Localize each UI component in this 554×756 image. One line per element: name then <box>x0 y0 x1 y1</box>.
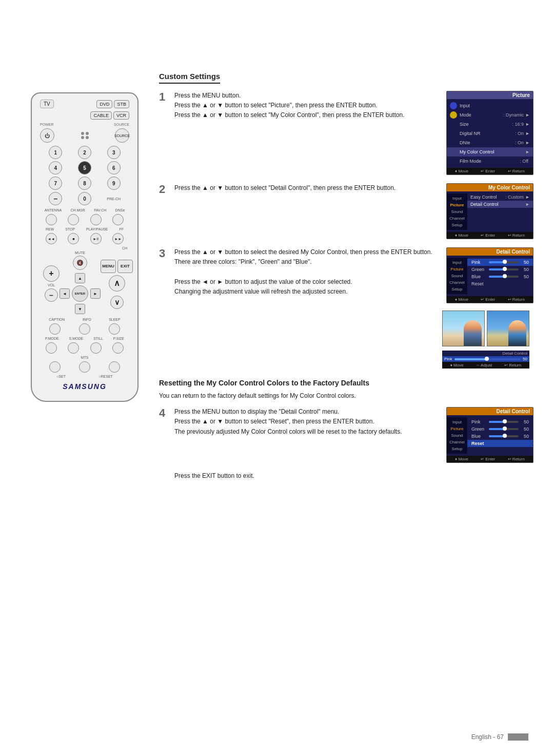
sleep-button[interactable] <box>109 323 120 335</box>
tv-screen-2-footer: ♦ Move ↵ Enter ↩ Return <box>447 232 533 239</box>
antenna-button[interactable] <box>46 214 57 225</box>
btn-9[interactable]: 9 <box>107 177 121 190</box>
power-button[interactable]: ⏻ <box>40 128 54 143</box>
enter-button[interactable]: ENTER <box>72 285 88 302</box>
input-label: Input <box>460 103 530 108</box>
vol-down-button[interactable]: – <box>45 288 58 302</box>
dnse-button[interactable] <box>112 214 124 225</box>
footer2-move: ♦ Move <box>455 233 468 238</box>
favch-button[interactable] <box>90 214 102 225</box>
still-button[interactable] <box>90 342 102 354</box>
s4-blue-fill <box>489 435 504 437</box>
adjusted-photo: Adjusted <box>487 311 529 346</box>
btn-dash[interactable]: – <box>49 192 62 205</box>
ff-button[interactable]: ►► <box>112 233 124 244</box>
sidebar-picture: Picture <box>448 202 466 208</box>
pink-thumb <box>503 260 507 264</box>
s4-pink-row: Pink 50 <box>467 418 533 425</box>
btn-2[interactable]: 2 <box>78 146 91 159</box>
menu-button[interactable]: MENU <box>101 260 116 273</box>
pink-adj-value: 50 <box>523 357 527 361</box>
btn-4[interactable]: 4 <box>49 161 62 175</box>
tv-3-sidebar: Input Picture Sound Channel Setup <box>447 258 467 294</box>
mts-btn2[interactable] <box>79 361 90 373</box>
mute-button[interactable]: 🔇 <box>73 256 87 270</box>
section-title: Custom Settings <box>159 72 220 84</box>
mts-btn3[interactable] <box>109 361 120 373</box>
dvd-button[interactable]: DVD <box>96 100 112 108</box>
btn-6[interactable]: 6 <box>107 161 121 175</box>
step-3-number: 3 <box>159 247 169 260</box>
mts-button[interactable] <box>49 361 61 373</box>
s4-setup: Setup <box>448 445 466 452</box>
dnie-label: DNIe <box>460 140 515 145</box>
nav-right-button[interactable]: ► <box>90 288 101 299</box>
nav-left-button[interactable]: ◄ <box>60 288 70 299</box>
rew-button[interactable]: ◄◄ <box>46 233 57 244</box>
pmode-button[interactable] <box>46 342 57 354</box>
info-button[interactable] <box>79 323 90 335</box>
set-reset-labels: ○SET ○RESET <box>40 375 129 378</box>
blue-fill <box>489 276 504 278</box>
btn-5[interactable]: 5 <box>78 161 91 175</box>
chmgr-button[interactable] <box>68 214 79 225</box>
tv-screen-detail: Detail Control Input Picture Sound Chann… <box>446 247 533 303</box>
btn-0[interactable]: 0 <box>78 192 91 205</box>
step-4-text: Press the MENU button to display the "De… <box>174 407 442 437</box>
tv-screen-2-title: My Color Control <box>447 184 533 191</box>
set-label: ○SET <box>56 375 66 378</box>
source-button[interactable]: SOURCE <box>115 128 129 143</box>
remote-control: TV DVD STB CABLE VCR POWER SOURCE ⏻ <box>31 92 144 402</box>
antenna-btns <box>40 214 129 225</box>
s4-pink-label: Pink <box>471 419 487 424</box>
s4-pink-bar <box>489 421 519 423</box>
reset-section-desc: You can return to the factory default se… <box>159 391 533 401</box>
btn-3[interactable]: 3 <box>107 146 121 159</box>
tv-screen-1-body: Input Mode : Dynamic ► Size : 16:9 ► Dig… <box>447 99 533 168</box>
s4-green-thumb <box>503 427 507 431</box>
tv-screen-mycolor: My Color Control Input Picture Sound Cha… <box>446 183 533 239</box>
btn-8[interactable]: 8 <box>78 177 91 190</box>
nav-up-button[interactable]: ▲ <box>75 273 85 283</box>
smode-button[interactable] <box>68 342 79 354</box>
tv-3-sliders: Pink 50 Green <box>467 258 533 294</box>
nav-down-button[interactable]: ▼ <box>75 304 85 314</box>
tv-screen-4-title: Detail Control <box>447 408 533 415</box>
s4-pink-value: 50 <box>521 419 529 424</box>
tv-menu-mycolor-row: My Color Control ► <box>447 147 533 157</box>
tv-menu-dnr-row: Digital NR : On ► <box>447 129 533 138</box>
tv-screen-1-footer: ♦ Move ↵ Enter ↩ Return <box>447 168 533 175</box>
play-pause-button[interactable]: ►II <box>90 233 102 244</box>
btn-7[interactable]: 7 <box>49 177 62 190</box>
green-label: Green <box>471 267 487 272</box>
dnr-label: Digital NR <box>460 131 515 136</box>
tv-screen-4-body: Input Picture Sound Channel Setup Pink <box>447 415 533 456</box>
mode-labels: P.MODES.MODESTILLP.SIZE <box>40 337 129 340</box>
tv-4-layout: Input Picture Sound Channel Setup Pink <box>447 417 533 454</box>
ch-down-button[interactable]: ∨ <box>110 296 124 309</box>
photo-footer-adjust: ↔ Adjust <box>476 363 492 367</box>
tv-screen-picture: Picture Input Mode : Dynamic ► Size : 16… <box>446 91 533 175</box>
tv-screen-3-body: Input Picture Sound Channel Setup Pink <box>447 256 533 296</box>
pink-fill <box>489 261 504 263</box>
stb-button[interactable]: STB <box>114 100 129 108</box>
tv-button[interactable]: TV <box>40 100 54 108</box>
footer3-move: ♦ Move <box>455 297 468 302</box>
stop-button[interactable]: ■ <box>68 233 79 244</box>
vcr-button[interactable]: VCR <box>113 111 129 120</box>
vol-up-button[interactable]: + <box>43 265 60 282</box>
caption-labels: CAPTIONINFOSLEEP <box>40 318 129 321</box>
caption-button[interactable] <box>49 323 61 335</box>
empty-row-1 <box>467 208 533 214</box>
btn-1[interactable]: 1 <box>49 146 62 159</box>
pink-value: 50 <box>521 260 529 265</box>
psize-button[interactable] <box>112 342 124 354</box>
step-3-block: 3 Press the ▲ or ▼ button to select the … <box>159 247 533 369</box>
cable-button[interactable]: CABLE <box>90 111 112 120</box>
mute-label: MUTE <box>75 251 85 255</box>
footer3-enter: ↵ Enter <box>481 297 495 302</box>
exit-button[interactable]: EXIT <box>117 260 133 273</box>
ch-label-area: CH <box>42 246 127 250</box>
tv-menu-size-row: Size : 16:9 ► <box>447 120 533 129</box>
ch-up-button[interactable]: ∧ <box>109 275 125 292</box>
